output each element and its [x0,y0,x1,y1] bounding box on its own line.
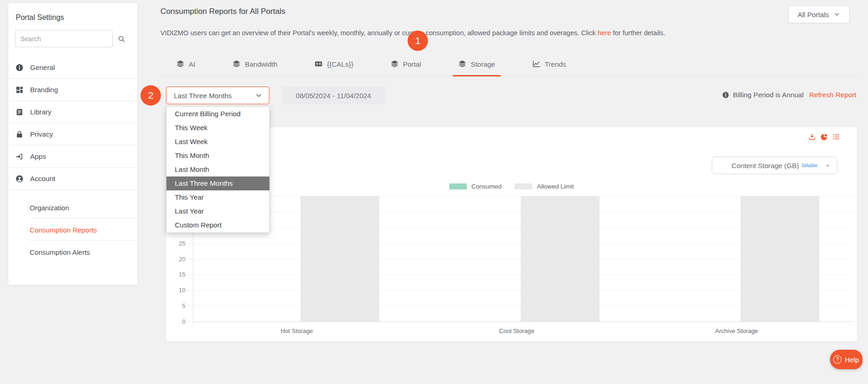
billing-note: Billing Period is Annual [722,91,804,99]
sidebar-search [15,30,130,47]
legend-swatch [515,183,532,189]
bar-allowed-limit [521,196,600,321]
sidebar: Portal Settings GeneralBrandingLibraryPr… [8,3,137,285]
dropdown-option-this-month[interactable]: This Month [166,149,269,163]
layers-icon [390,60,399,68]
sidebar-item-library[interactable]: Library [8,101,137,123]
metric-select[interactable]: Content Storage (GB) billable [712,157,837,174]
refresh-report-link[interactable]: Refresh Report [809,91,856,99]
y-axis-label: 0 [169,318,185,325]
dropdown-option-last-month[interactable]: Last Month [166,163,269,176]
lock-icon [15,130,24,138]
description-text: VIDIZMO users can get an overview of the… [160,29,598,37]
branding-icon [15,86,24,94]
divider [8,190,137,196]
sidebar-item-apps[interactable]: Apps [8,145,137,168]
period-select-value: Last Three Months [174,92,255,100]
date-range-field[interactable]: 08/05/2024 - 11/04/2024 [282,87,385,104]
search-icon[interactable] [113,30,130,47]
axis-tick [188,306,191,306]
dropdown-option-last-year[interactable]: Last Year [166,204,269,218]
portal-settings-page: Portal Settings GeneralBrandingLibraryPr… [0,0,868,384]
chart-toolbar [808,133,840,141]
dropdown-option-last-three-months[interactable]: Last Three Months [166,176,269,190]
dropdown-option-this-year[interactable]: This Year [166,190,269,204]
billing-row: Billing Period is Annual Refresh Report [722,91,856,99]
metric-select-value: Content Storage (GB) [732,162,799,170]
tab-portal[interactable]: Portal [385,51,427,76]
tab-cals[interactable]: {{CALs}} [309,51,359,76]
dropdown-option-custom-report[interactable]: Custom Report [166,218,269,232]
sidebar-title: Portal Settings [8,3,137,30]
billing-note-text: Billing Period is Annual [733,91,804,99]
period-select[interactable]: Last Three Months [166,87,269,104]
trends-icon [532,60,541,68]
sidebar-item-general[interactable]: General [8,57,137,79]
axis-tick [188,321,191,322]
chevron-down-icon [834,11,840,18]
x-axis-label: Cool Storage [499,327,534,334]
annotation-badge-1: 1 [408,31,428,51]
tab-storage[interactable]: Storage [453,51,501,76]
axis-tick [188,290,191,290]
portal-scope-select[interactable]: All Portals [788,6,849,23]
list-icon[interactable] [832,133,840,141]
date-range-value: 08/05/2024 - 11/04/2024 [296,92,371,100]
description-text-after: for further details. [611,29,665,37]
help-button[interactable]: ? Help [830,350,862,369]
legend-item-consumed: Consumed [449,183,502,190]
idcard-icon [314,60,323,68]
bar-allowed-limit [740,196,819,321]
gridline [193,321,853,322]
axis-tick [188,274,191,275]
annotation-badge-2: 2 [140,85,161,106]
axis-tick [188,259,191,259]
portal-scope-value: All Portals [798,11,829,19]
signin-icon [15,152,24,161]
info-icon [15,63,24,72]
tab-ai[interactable]: AI [171,51,201,76]
report-tabs: AIBandwidth{{CALs}}PortalStorageTrends [160,51,857,76]
question-icon: ? [833,355,842,364]
download-icon[interactable] [808,133,816,141]
chevron-down-icon [255,92,262,99]
layers-icon [176,60,185,68]
bar-allowed-limit [300,196,379,321]
pie-chart-icon[interactable] [820,133,828,141]
account-icon [15,175,24,183]
y-axis-label: 20 [169,255,185,262]
help-label: Help [845,356,859,364]
y-axis-label: 5 [169,302,185,309]
sidebar-item-privacy[interactable]: Privacy [8,123,137,145]
dropdown-option-this-week[interactable]: This Week [166,121,269,135]
layers-icon [232,60,241,68]
x-axis-label: Archive Storage [715,327,758,334]
y-axis-label: 15 [169,271,185,278]
axis-tick [188,243,191,244]
caret-down-icon [824,163,831,169]
library-icon [15,108,24,116]
y-axis-label: 25 [169,239,185,246]
x-axis-label: Hot Storage [281,327,313,334]
dropdown-option-current-billing-period[interactable]: Current Billing Period [166,107,269,121]
info-circle-icon [722,91,729,99]
search-input[interactable] [15,30,113,47]
storage-bar-chart: 0 5 10 15 20 25 30 35 40Hot StorageCool … [193,196,853,321]
legend-swatch [449,183,467,189]
sidebar-item-account[interactable]: Account [8,168,137,190]
tab-trends[interactable]: Trends [527,51,572,76]
sidebar-item-branding[interactable]: Branding [8,79,137,101]
sidebar-item-consumption-reports[interactable]: Consumption Reports [8,219,137,241]
y-axis-label: 10 [169,287,185,294]
sidebar-item-organization[interactable]: Organization [8,196,137,219]
sidebar-item-consumption-alerts[interactable]: Consumption Alerts [8,241,137,263]
page-title: Consumption Reports for All Portals [160,7,285,16]
metric-billable-badge: billable [802,163,817,168]
layers-icon [458,60,466,68]
legend-item-allowed-limit: Allowed Limit [515,183,574,190]
here-link[interactable]: here [598,29,611,37]
period-dropdown-panel: Current Billing PeriodThis WeekLast Week… [166,106,270,233]
tab-bandwidth[interactable]: Bandwidth [227,51,283,76]
dropdown-option-last-week[interactable]: Last Week [166,135,269,149]
sidebar-menu: GeneralBrandingLibraryPrivacyAppsAccount… [8,57,137,263]
